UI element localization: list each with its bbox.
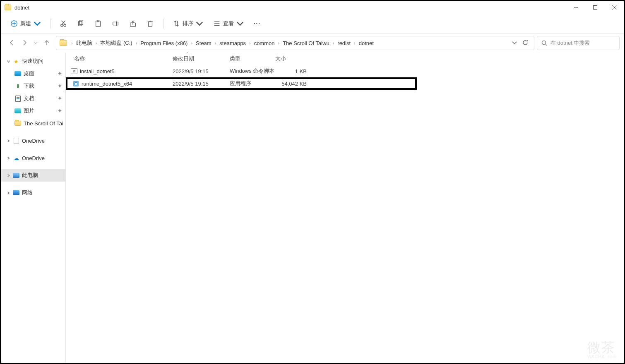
window-controls [567,1,624,14]
cmd-file-icon: ⧉ [71,68,77,74]
view-label: 查看 [223,20,234,27]
svg-rect-11 [79,21,82,26]
file-date: 2022/9/5 19:15 [173,68,230,74]
minimize-button[interactable] [567,1,586,14]
cut-button[interactable] [55,17,71,30]
column-headers[interactable]: 名称 修改日期 类型 大小 ⌃ [66,53,624,65]
nav-arrows [5,39,53,47]
breadcrumb-item[interactable]: dotnet [357,39,375,47]
sidebar-quick-access[interactable]: ★ 快速访问 [1,55,65,67]
file-name: install_dotnet5 [80,68,115,74]
sidebar-item-folder[interactable]: The Scroll Of Tai [1,117,65,129]
separator [50,19,50,29]
breadcrumb-item[interactable]: steamapps [218,39,248,47]
delete-button[interactable] [142,17,158,30]
new-button[interactable]: 新建 [6,17,45,30]
file-icon [14,138,19,144]
share-button[interactable] [125,17,141,30]
col-type[interactable]: 类型 [230,55,275,62]
chevron-down-icon [196,20,203,27]
chevron-down-icon [236,20,244,27]
pc-icon [13,173,19,178]
toolbar: 新建 排序 查看 ··· [1,14,624,34]
sidebar-network[interactable]: 网络 [1,187,65,199]
forward-button[interactable] [21,39,28,47]
file-size: 1 KB [275,68,308,74]
search-icon [541,40,547,46]
navbar: › 此电脑› 本地磁盘 (C:)› Program Files (x86)› S… [1,34,624,53]
file-type: 应用程序 [230,80,275,87]
svg-rect-1 [594,6,597,10]
svg-rect-12 [79,20,83,24]
sidebar-label: 快速访问 [22,57,43,65]
more-button[interactable]: ··· [250,18,265,29]
svg-line-29 [546,44,547,46]
sidebar: ★ 快速访问 桌面 ⬇下载 文档 图片 The Scroll Of Tai On… [1,53,66,363]
sort-button[interactable]: 排序 [168,17,207,30]
breadcrumb-item[interactable]: Steam [194,39,213,47]
col-name[interactable]: 名称 [74,55,173,62]
svg-rect-15 [113,22,118,25]
pin-icon [58,71,62,77]
svg-point-28 [542,41,546,45]
sidebar-item-downloads[interactable]: ⬇下载 [1,80,65,92]
breadcrumb-item[interactable]: 本地磁盘 (C:) [99,38,134,48]
pin-icon [58,96,62,102]
recent-button[interactable] [34,40,38,46]
star-icon: ★ [13,58,19,65]
titlebar: dotnet [1,1,624,14]
file-type: Windows 命令脚本 [230,67,275,75]
paste-button[interactable] [90,17,106,30]
breadcrumb-item[interactable]: The Scroll Of Taiwu [281,39,331,47]
refresh-button[interactable] [522,40,528,47]
search-input[interactable]: 在 dotnet 中搜索 [537,36,620,50]
back-button[interactable] [9,39,15,47]
pin-icon [58,108,62,114]
exe-file-icon [72,80,79,87]
new-label: 新建 [20,20,31,27]
download-icon: ⬇ [14,83,21,89]
folder-icon [60,40,67,46]
document-icon [15,96,21,102]
chevron-right-icon: › [70,41,74,46]
svg-line-9 [62,20,65,24]
maximize-button[interactable] [586,1,605,14]
folder-icon [5,5,11,10]
sidebar-onedrive-2[interactable]: ☁OneDrive [1,152,65,164]
main: ★ 快速访问 桌面 ⬇下载 文档 图片 The Scroll Of Tai On… [1,53,624,363]
copy-button[interactable] [73,17,89,30]
up-button[interactable] [43,39,50,47]
sort-label: 排序 [183,20,193,27]
file-date: 2022/9/5 19:15 [173,81,230,87]
address-dropdown-button[interactable] [512,40,517,47]
col-date[interactable]: 修改日期 [173,55,230,62]
file-row[interactable]: ⧉install_dotnet5 2022/9/5 19:15 Windows … [66,65,624,77]
col-size[interactable]: 大小 [275,55,308,62]
sidebar-item-documents[interactable]: 文档 [1,92,65,105]
sidebar-onedrive-1[interactable]: OneDrive [1,134,65,147]
svg-point-7 [61,24,63,26]
view-button[interactable]: 查看 [209,17,248,30]
sort-indicator-icon: ⌃ [186,52,189,56]
svg-rect-19 [149,22,152,26]
sidebar-item-desktop[interactable]: 桌面 [1,67,65,80]
sidebar-this-pc[interactable]: 此电脑 [1,169,65,182]
close-button[interactable] [605,1,624,14]
sidebar-item-pictures[interactable]: 图片 [1,105,65,117]
breadcrumb-item[interactable]: Program Files (x86) [139,39,189,47]
folder-icon [14,121,21,126]
file-row-selected[interactable]: runtime_dotnet5_x64 2022/9/5 19:15 应用程序 … [66,77,417,90]
pin-icon [58,83,62,89]
address-bar[interactable]: › 此电脑› 本地磁盘 (C:)› Program Files (x86)› S… [56,36,534,50]
rename-button[interactable] [108,17,123,30]
separator [163,19,163,29]
chevron-down-icon [34,20,41,27]
content-area: 名称 修改日期 类型 大小 ⌃ ⧉install_dotnet5 2022/9/… [66,53,624,363]
search-placeholder: 在 dotnet 中搜索 [550,39,590,47]
breadcrumb-item[interactable]: common [252,39,276,47]
breadcrumb-item[interactable]: redist [336,39,352,47]
file-list: ⧉install_dotnet5 2022/9/5 19:15 Windows … [66,65,624,90]
file-name: runtime_dotnet5_x64 [82,81,132,87]
svg-line-10 [62,20,65,24]
breadcrumb-item[interactable]: 此电脑 [75,38,94,48]
